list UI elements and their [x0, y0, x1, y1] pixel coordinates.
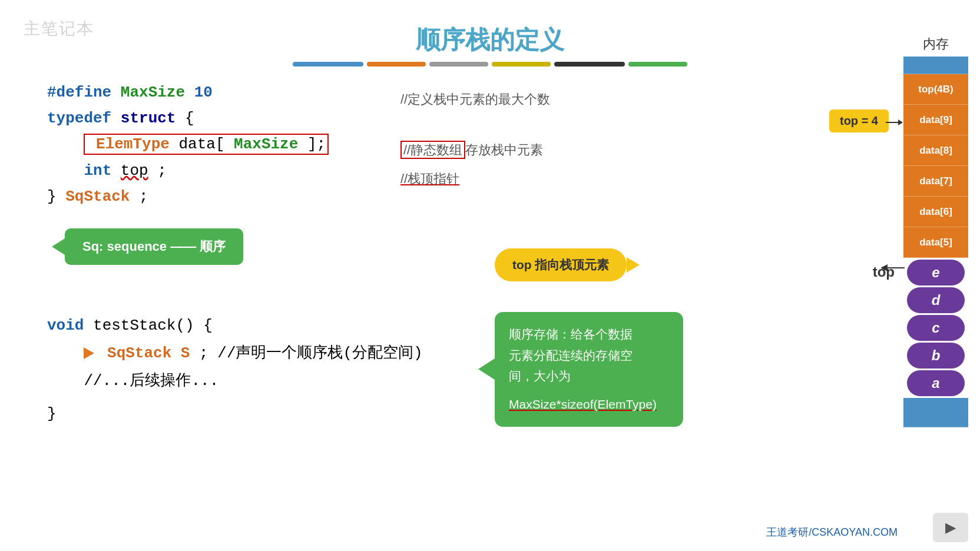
top-wavy: top [121, 162, 148, 180]
top-points-text: top 指向栈顶元素 [512, 258, 609, 271]
memory-cell-a: a [907, 370, 965, 396]
memory-cell-e: e [907, 260, 965, 286]
data-text: data[ [178, 135, 224, 153]
color-segment-2 [367, 62, 426, 67]
bottom-watermark: 王道考研/CSKAOYAN.COM [766, 525, 898, 539]
memory-label: 内存 [903, 35, 968, 53]
color-segment-3 [429, 62, 488, 67]
memory-cell-data7: data[7] [903, 166, 968, 197]
memory-cell-d: d [907, 287, 965, 313]
memory-cell-data5: data[5] [903, 227, 968, 258]
seq-callout-pointer [478, 359, 495, 380]
code-10: 10 [194, 84, 213, 101]
boxed-comment-2: //静态数组 [400, 141, 465, 159]
sqstack-comment: ; //声明一个顺序栈(分配空间) [199, 344, 423, 362]
top-points-callout: top 指向栈顶元素 [495, 248, 627, 281]
memory-cell-data6: data[6] [903, 197, 968, 227]
sequential-callout: 顺序存储：给各个数据 元素分配连续的存储空 间，大小为 MaxSize*size… [495, 312, 683, 427]
code-area: #define MaxSize 10 typedef struct { Elem… [47, 79, 329, 210]
color-segment-4 [492, 62, 551, 67]
sqstack-s: SqStack S [107, 344, 190, 362]
maxsize-ref: MaxSize [234, 135, 298, 153]
top-points-arrow [627, 257, 640, 273]
seq-text-3: 间，大小为 [509, 366, 669, 387]
memory-cell-data8: data[8] [903, 135, 968, 166]
memory-column: 内存 top(4B) data[9] data[8] data[7] data[… [903, 35, 968, 427]
semicolon-top: ; [157, 162, 167, 180]
comment-1: //定义栈中元素的最大个数 [400, 85, 550, 114]
color-segment-5 [554, 62, 625, 67]
memory-cell-data9: data[9] [903, 105, 968, 135]
arrow-icon [84, 347, 94, 359]
page-title: 顺序栈的定义 [0, 24, 980, 57]
code-line-5: } SqStack ; [47, 184, 329, 210]
sq-callout-pointer [52, 238, 65, 255]
sq-callout-text: Sq: sequence —— 顺序 [82, 239, 226, 254]
top-label-arrow [881, 259, 911, 277]
code-line-4: int top ; [47, 158, 329, 184]
sqstack-line: SqStack S ; //声明一个顺序栈(分配空间) [47, 340, 423, 367]
top-badge-arrow [886, 122, 902, 123]
sqstack-name: SqStack [65, 188, 130, 205]
keyword-typedef: typedef [47, 109, 111, 127]
keyword-struct: struct [121, 109, 176, 127]
code-brace-open: { [185, 109, 194, 127]
seq-text-2: 元素分配连续的存储空 [509, 345, 669, 366]
memory-cell-b: b [907, 343, 965, 369]
seq-text-4: MaxSize*sizeof(ElemType) [509, 394, 669, 415]
code-line-1: #define MaxSize 10 [47, 79, 329, 105]
comment-3: //栈顶指针 [400, 165, 550, 193]
arrow-tip [898, 120, 903, 125]
play-button[interactable]: ▶ [933, 513, 968, 542]
keyword-define: #define [47, 84, 111, 101]
boxed-elemtype: ElemType data[ MaxSize ]; [84, 134, 329, 155]
code-line-3: ElemType data[ MaxSize ]; [47, 131, 329, 157]
comments-area: //定义栈中元素的最大个数 //静态数组存放栈中元素 //栈顶指针 [400, 85, 550, 193]
color-bar [293, 62, 687, 67]
test-code-area: void testStack() { SqStack S ; //声明一个顺序栈… [47, 312, 423, 428]
close-brace: } [47, 400, 423, 428]
top-badge: top = 4 [829, 109, 889, 132]
underlined-comment-3: //栈顶指针 [400, 171, 459, 186]
bracket-close: ]; [307, 135, 326, 153]
void-line: void testStack() { [47, 312, 423, 340]
semicolon-sq: ; [139, 188, 148, 205]
maxsize-sizeof: MaxSize*sizeof(ElemType) [509, 397, 657, 411]
color-segment-1 [293, 62, 363, 67]
sequential-callout-container: 顺序存储：给各个数据 元素分配连续的存储空 间，大小为 MaxSize*size… [495, 312, 683, 427]
func-name: testStack() { [93, 317, 213, 334]
memory-cell-top4b: top(4B) [903, 74, 968, 105]
keyword-maxsize: MaxSize [121, 84, 185, 101]
seq-text-1: 顺序存储：给各个数据 [509, 324, 669, 345]
elemtype-kw: ElemType [96, 135, 170, 153]
memory-cell-c: c [907, 315, 965, 341]
void-kw: void [47, 317, 84, 334]
comment-2: //静态数组存放栈中元素 [400, 136, 550, 164]
memory-bottom-blue [903, 398, 968, 427]
brace-close: } [47, 188, 65, 205]
code-line-2: typedef struct { [47, 105, 329, 131]
memory-top-blue [903, 57, 968, 74]
top-points-callout-container: top 指向栈顶元素 [495, 248, 627, 281]
color-segment-6 [628, 62, 687, 67]
comment-line: //...后续操作... [47, 367, 423, 395]
keyword-int: int [84, 162, 111, 180]
sq-callout: Sq: sequence —— 顺序 [65, 228, 243, 265]
